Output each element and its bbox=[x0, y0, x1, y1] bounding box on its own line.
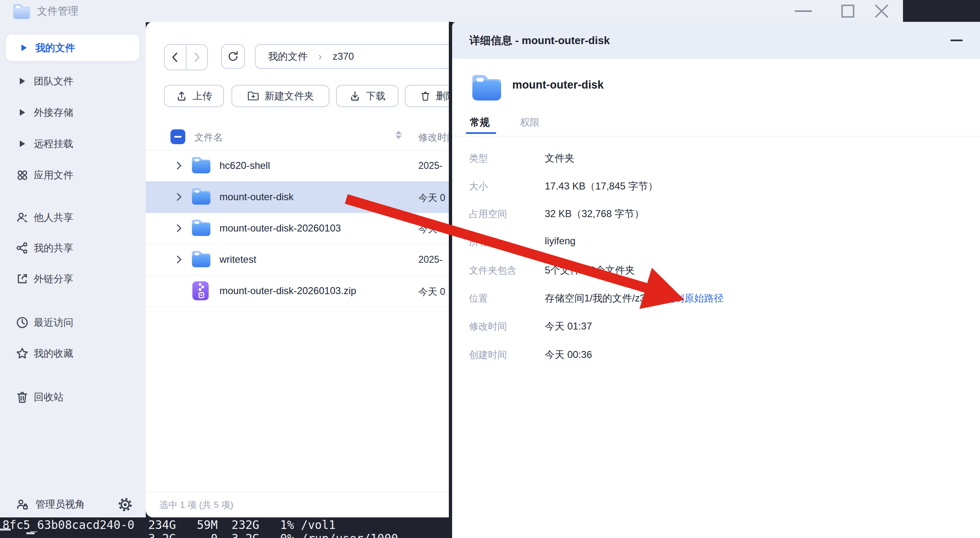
sidebar-item-label: 回收站 bbox=[34, 391, 63, 404]
sidebar-item-label: 应用文件 bbox=[34, 168, 73, 182]
details-folder-icon bbox=[469, 73, 501, 103]
sidebar: 我的文件 团队文件 外接存储 远程挂载 应用文件 bbox=[0, 22, 146, 517]
delete-button[interactable]: 删除 bbox=[405, 85, 449, 107]
details-panel: 详细信息 - mount-outer-disk mount-outer-disk… bbox=[452, 22, 980, 538]
sidebar-item-external-links[interactable]: 外链分享 bbox=[4, 269, 140, 289]
close-icon bbox=[874, 4, 889, 19]
sidebar-item-recent[interactable]: 最近访问 bbox=[4, 313, 140, 332]
sidebar-item-label: 远程挂载 bbox=[34, 137, 73, 150]
sort-toggle[interactable] bbox=[395, 131, 402, 139]
expand-chevron-icon[interactable] bbox=[175, 255, 183, 264]
indeterminate-mark bbox=[174, 136, 182, 138]
folder-icon bbox=[190, 218, 210, 237]
gear-icon bbox=[117, 496, 133, 513]
field-value-modified: 今天 01:37 bbox=[545, 320, 592, 333]
tab-permissions[interactable]: 权限 bbox=[520, 116, 540, 129]
sidebar-item-label: 我的文件 bbox=[35, 41, 75, 54]
zip-file-icon bbox=[191, 281, 210, 301]
app-title: 文件管理 bbox=[37, 0, 78, 22]
download-label: 下载 bbox=[366, 89, 386, 103]
field-value-location: 存储空间1/我的文件/z370复制原始路径 bbox=[545, 292, 724, 305]
file-modified-date: 2025- bbox=[418, 254, 443, 265]
window-close-button[interactable] bbox=[867, 0, 896, 22]
trash-icon bbox=[420, 90, 431, 102]
file-name: mount-outer-disk-20260103 bbox=[219, 222, 341, 234]
file-name: mount-outer-disk-20260103.zip bbox=[219, 285, 356, 297]
selection-status: 选中 1 项 (共 5 项) bbox=[159, 499, 233, 511]
file-row-hc620-shell[interactable]: hc620-shell 2025- bbox=[146, 150, 449, 182]
location-path: 存储空间1/我的文件/z370 bbox=[545, 292, 656, 304]
field-label-space-used: 占用空间 bbox=[469, 208, 507, 220]
window-maximize-button[interactable] bbox=[833, 0, 862, 22]
sidebar-item-remote-mount[interactable]: 远程挂载 bbox=[4, 134, 140, 154]
breadcrumb-separator: › bbox=[318, 50, 322, 63]
terminal-line: 3.2G 0 3.2G 0% /run/user/1000 bbox=[2, 532, 398, 538]
sidebar-item-label: 他人共享 bbox=[34, 211, 73, 224]
sidebar-item-favorites[interactable]: 我的收藏 bbox=[4, 344, 140, 363]
sidebar-item-label: 我的共享 bbox=[34, 241, 73, 255]
folder-icon bbox=[190, 156, 210, 175]
trash-icon bbox=[13, 391, 31, 404]
file-row-writetest[interactable]: writetest 2025- bbox=[146, 244, 449, 276]
admin-view-label[interactable]: 管理员视角 bbox=[35, 498, 85, 511]
triangle-right-icon bbox=[13, 109, 31, 116]
folder-icon bbox=[190, 187, 210, 206]
file-modified-date: 今天 0 bbox=[418, 223, 445, 236]
upload-button[interactable]: 上传 bbox=[164, 85, 224, 107]
selection-status-bar: 选中 1 项 (共 5 项) bbox=[146, 492, 449, 517]
clock-icon bbox=[13, 316, 31, 329]
copy-original-path-link[interactable]: 复制原始路径 bbox=[665, 292, 724, 304]
sidebar-item-shared-by-others[interactable]: 他人共享 bbox=[4, 208, 140, 227]
refresh-button[interactable] bbox=[221, 44, 245, 69]
sidebar-item-recycle-bin[interactable]: 回收站 bbox=[4, 387, 140, 407]
column-modified-time[interactable]: 修改时间 bbox=[418, 131, 449, 144]
field-label-type: 类型 bbox=[469, 152, 488, 165]
upload-label: 上传 bbox=[193, 89, 212, 103]
breadcrumb-my-files[interactable]: 我的文件 bbox=[268, 50, 308, 63]
file-modified-date: 今天 0 bbox=[418, 285, 445, 298]
triangle-right-icon bbox=[13, 78, 31, 84]
background-gap-strip bbox=[449, 22, 452, 538]
file-row-mount-outer-disk[interactable]: mount-outer-disk 今天 0 bbox=[146, 181, 449, 213]
sidebar-item-my-files[interactable]: 我的文件 bbox=[6, 35, 139, 61]
sidebar-item-external-storage[interactable]: 外接存储 bbox=[4, 103, 140, 122]
file-name: hc620-shell bbox=[219, 160, 270, 171]
breadcrumb-current-folder: z370 bbox=[333, 51, 354, 62]
details-collapse-button[interactable] bbox=[945, 33, 968, 47]
window-minimize-button[interactable] bbox=[789, 0, 818, 22]
triangle-right-icon bbox=[15, 44, 33, 51]
refresh-icon bbox=[226, 50, 240, 63]
delete-label: 删除 bbox=[436, 89, 449, 103]
file-browser-panel: 我的文件 › z370 上传 新建文件夹 下载 bbox=[146, 22, 449, 517]
file-row-mount-outer-disk-20260103[interactable]: mount-outer-disk-20260103 今天 0 bbox=[146, 213, 449, 244]
tab-general[interactable]: 常规 bbox=[470, 116, 490, 129]
back-button[interactable] bbox=[165, 45, 187, 70]
history-nav-group bbox=[164, 44, 208, 70]
sidebar-item-my-shares[interactable]: 我的共享 bbox=[4, 238, 140, 258]
new-folder-button[interactable]: 新建文件夹 bbox=[231, 85, 329, 107]
expand-chevron-icon[interactable] bbox=[175, 223, 183, 233]
file-name: writetest bbox=[219, 254, 256, 265]
column-filename[interactable]: 文件名 bbox=[194, 131, 223, 144]
sidebar-item-team-files[interactable]: 团队文件 bbox=[4, 71, 140, 91]
field-value-type: 文件夹 bbox=[545, 152, 574, 165]
terminal-cursor-mark bbox=[0, 529, 11, 531]
sidebar-item-app-files[interactable]: 应用文件 bbox=[4, 165, 140, 185]
new-folder-label: 新建文件夹 bbox=[265, 89, 314, 103]
terminal-cursor-mark bbox=[26, 532, 35, 534]
expand-chevron-icon[interactable] bbox=[175, 161, 183, 171]
settings-gear-button[interactable] bbox=[117, 496, 133, 513]
select-all-checkbox[interactable] bbox=[170, 129, 185, 144]
app-logo-folder-icon bbox=[11, 3, 30, 20]
field-value-owner: liyifeng bbox=[545, 235, 576, 247]
field-label-created: 创建时间 bbox=[469, 349, 507, 361]
forward-button[interactable] bbox=[187, 45, 208, 70]
field-label-modified: 修改时间 bbox=[469, 320, 507, 333]
file-row-mount-outer-disk-zip[interactable]: mount-outer-disk-20260103.zip 今天 0 bbox=[146, 275, 449, 307]
expand-chevron-icon[interactable] bbox=[175, 192, 183, 202]
folder-icon bbox=[190, 250, 210, 269]
minimize-icon bbox=[794, 9, 812, 13]
field-value-space-used: 32 KB（32,768 字节） bbox=[545, 207, 644, 220]
download-button[interactable]: 下载 bbox=[336, 85, 399, 107]
tab-divider bbox=[452, 136, 980, 136]
